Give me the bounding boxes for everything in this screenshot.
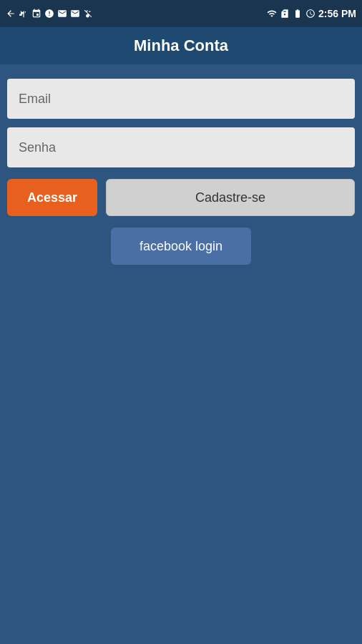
music-off-icon <box>83 9 93 19</box>
page-title: Minha Conta <box>134 36 228 55</box>
facebook-login-button[interactable]: facebook login <box>111 228 251 265</box>
mail-icon2 <box>70 9 80 19</box>
status-time: 2:56 PM <box>318 8 356 19</box>
senha-input[interactable] <box>7 127 355 167</box>
battery-icon <box>293 9 303 19</box>
email-input[interactable] <box>7 79 355 119</box>
app-header: Minha Conta <box>0 27 362 64</box>
back-icon <box>6 9 16 19</box>
usb-icon <box>19 9 29 19</box>
status-icons-right: 2:56 PM <box>267 8 356 19</box>
acessar-button[interactable]: Acessar <box>7 179 97 216</box>
mail-icon <box>57 9 67 19</box>
wifi-icon <box>267 9 277 19</box>
status-bar: 2:56 PM <box>0 0 362 27</box>
status-icons-left <box>6 9 93 19</box>
clock-icon <box>305 9 315 19</box>
primary-buttons-row: Acessar Cadastre-se <box>7 179 355 216</box>
main-content: Acessar Cadastre-se facebook login <box>0 64 362 644</box>
cadastrese-button[interactable]: Cadastre-se <box>106 179 355 216</box>
alert-icon <box>44 9 54 19</box>
phone-icon <box>31 9 41 19</box>
sim-icon <box>280 9 290 19</box>
